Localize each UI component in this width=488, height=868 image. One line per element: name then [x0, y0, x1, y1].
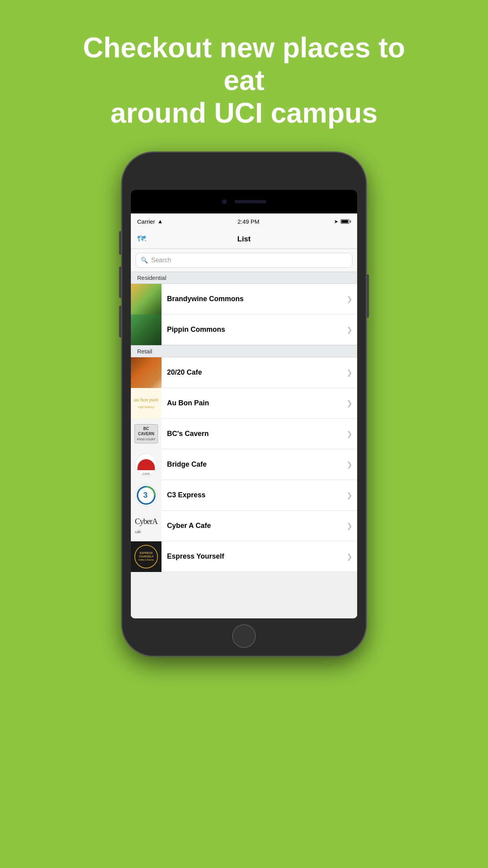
- brandywine-thumb: [131, 284, 161, 314]
- nav-title: List: [237, 235, 251, 243]
- pippin-thumb: [131, 314, 161, 345]
- battery-icon: [341, 219, 351, 224]
- item-name: Brandywine Commons: [167, 295, 347, 303]
- nav-bar: 🗺 List: [131, 229, 357, 249]
- search-input[interactable]: 🔍 Search: [136, 253, 352, 268]
- headline: Checkout new places to eat around UCI ca…: [67, 31, 421, 129]
- list-item[interactable]: CyberAcafé Cyber A Cafe ❯: [131, 511, 357, 541]
- wifi-icon: ▲: [158, 218, 163, 224]
- section-header-retail: Retail: [131, 345, 357, 357]
- section-header-residential: Residential: [131, 272, 357, 284]
- item-name: Au Bon Pain: [167, 399, 347, 407]
- cybera-thumb: CyberAcafé: [131, 511, 161, 541]
- status-right: ➤: [334, 219, 351, 224]
- list-item[interactable]: BRIDGE CAFE Bridge Cafe ❯: [131, 449, 357, 480]
- phone-screen: Carrier ▲ 2:49 PM ➤ 🗺: [131, 190, 357, 618]
- search-container: 🔍 Search: [131, 249, 357, 272]
- item-thumbnail: au bon paincafé bakery: [131, 388, 161, 419]
- item-name: Bridge Cafe: [167, 460, 347, 469]
- bridge-cafe-logo: BRIDGE CAFE: [134, 453, 158, 476]
- status-left: Carrier ▲: [137, 218, 163, 225]
- chevron-icon: ❯: [347, 491, 352, 500]
- status-bar: Carrier ▲ 2:49 PM ➤: [131, 213, 357, 229]
- 2020-thumb: [131, 357, 161, 388]
- chevron-icon: ❯: [347, 552, 352, 561]
- item-name: 20/20 Cafe: [167, 368, 347, 377]
- chevron-icon: ❯: [347, 295, 352, 303]
- item-name: Espress Yourself: [167, 552, 347, 561]
- item-thumbnail: [131, 314, 161, 345]
- power-button[interactable]: [367, 274, 369, 318]
- volume-up-button[interactable]: [119, 267, 121, 298]
- chevron-icon: ❯: [347, 368, 352, 377]
- item-thumbnail: 3: [131, 480, 161, 511]
- espress-thumb: ESPRESSYOURSELFCoffee & Snacks: [131, 541, 161, 572]
- search-placeholder: Search: [151, 257, 171, 264]
- item-thumbnail: [131, 284, 161, 314]
- item-thumbnail: BCCAVERNFOOD COURT: [131, 419, 161, 449]
- list-item[interactable]: ESPRESSYOURSELFCoffee & Snacks Espress Y…: [131, 541, 357, 572]
- svg-text:CAFE: CAFE: [143, 473, 150, 475]
- list-item[interactable]: au bon paincafé bakery Au Bon Pain ❯: [131, 388, 357, 419]
- item-thumbnail: [131, 357, 161, 388]
- svg-text:3: 3: [143, 491, 147, 499]
- list-content: Residential Brandywine Commons ❯ Pippin …: [131, 272, 357, 618]
- bccavern-thumb: BCCAVERNFOOD COURT: [131, 419, 161, 449]
- svg-text:BRIDGE: BRIDGE: [140, 461, 152, 465]
- list-item[interactable]: BCCAVERNFOOD COURT BC's Cavern ❯: [131, 419, 357, 449]
- clock: 2:49 PM: [237, 218, 259, 225]
- bridge-thumb: BRIDGE CAFE: [131, 449, 161, 480]
- list-item[interactable]: Pippin Commons ❯: [131, 314, 357, 345]
- item-thumbnail: BRIDGE CAFE: [131, 449, 161, 480]
- list-item[interactable]: Brandywine Commons ❯: [131, 284, 357, 314]
- chevron-icon: ❯: [347, 522, 352, 530]
- list-item[interactable]: 3 C3 Express ❯: [131, 480, 357, 511]
- item-thumbnail: CyberAcafé: [131, 511, 161, 541]
- aubonpain-thumb: au bon paincafé bakery: [131, 388, 161, 419]
- phone-body: Carrier ▲ 2:49 PM ➤ 🗺: [122, 153, 366, 656]
- c3-express-logo: 3: [134, 484, 158, 507]
- phone-notch-area: [131, 190, 357, 213]
- search-icon: 🔍: [141, 257, 148, 264]
- item-name: Pippin Commons: [167, 326, 347, 334]
- chevron-icon: ❯: [347, 399, 352, 408]
- chevron-icon: ❯: [347, 326, 352, 334]
- chevron-icon: ❯: [347, 430, 352, 438]
- mute-button[interactable]: [119, 231, 121, 255]
- item-name: C3 Express: [167, 491, 347, 499]
- map-icon[interactable]: 🗺: [137, 234, 146, 244]
- phone-device: Carrier ▲ 2:49 PM ➤ 🗺: [122, 153, 366, 656]
- volume-down-button[interactable]: [119, 306, 121, 337]
- camera-dot: [222, 199, 227, 204]
- c3-thumb: 3: [131, 480, 161, 511]
- item-name: BC's Cavern: [167, 430, 347, 438]
- list-item[interactable]: 20/20 Cafe ❯: [131, 357, 357, 388]
- item-thumbnail: ESPRESSYOURSELFCoffee & Snacks: [131, 541, 161, 572]
- home-button[interactable]: [232, 624, 256, 648]
- carrier-label: Carrier: [137, 218, 155, 225]
- item-name: Cyber A Cafe: [167, 522, 347, 530]
- speaker-bar: [235, 200, 266, 203]
- location-icon: ➤: [334, 219, 338, 224]
- chevron-icon: ❯: [347, 460, 352, 469]
